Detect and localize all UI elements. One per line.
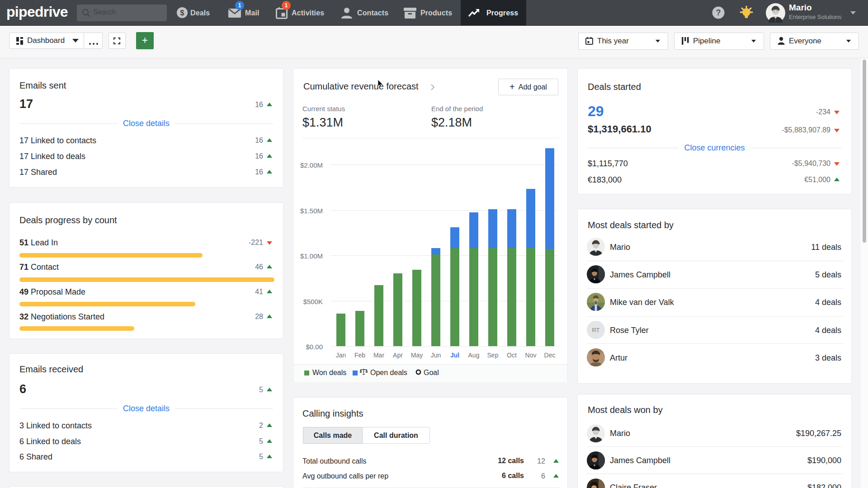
svg-text:$: $ — [180, 9, 184, 17]
svg-text:?: ? — [716, 8, 721, 17]
svg-text:RT: RT — [592, 327, 599, 333]
